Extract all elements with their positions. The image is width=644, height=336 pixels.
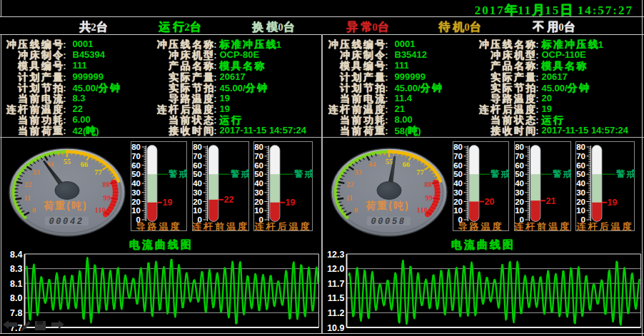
svg-text:11.5: 11.5 <box>328 293 345 303</box>
svg-text:11.2: 11.2 <box>328 308 345 318</box>
svg-text:12.0: 12.0 <box>327 264 344 274</box>
svg-text:10.9: 10.9 <box>327 323 344 333</box>
svg-text:12.3: 12.3 <box>327 250 344 260</box>
svg-text:11.7: 11.7 <box>328 279 345 289</box>
